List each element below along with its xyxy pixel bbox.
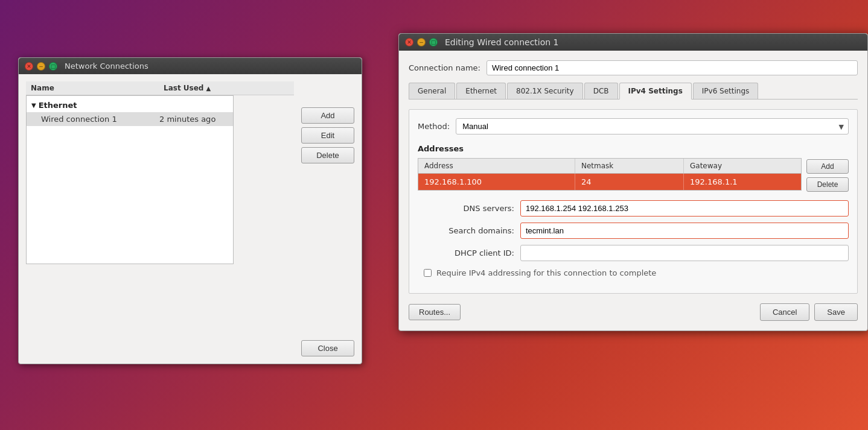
edit-connection-window: ✕ − □ Editing Wired connection 1 Connect… bbox=[398, 33, 868, 331]
maximize-btn-netconn[interactable]: □ bbox=[49, 62, 57, 71]
method-select-wrapper: Automatic (DHCP) Manual Link-Local Only … bbox=[456, 118, 849, 134]
ethernet-arrow-icon: ▼ bbox=[31, 102, 36, 109]
tab-ethernet[interactable]: Ethernet bbox=[456, 83, 506, 99]
dns-label: DNS servers: bbox=[418, 204, 514, 213]
addresses-table-wrapper: Address Netmask Gateway 192.168.1.100 24… bbox=[418, 158, 849, 192]
add-address-button[interactable]: Add bbox=[806, 159, 849, 174]
connection-name-input[interactable] bbox=[487, 60, 858, 75]
addresses-table: Address Netmask Gateway 192.168.1.100 24… bbox=[418, 158, 802, 191]
method-select[interactable]: Automatic (DHCP) Manual Link-Local Only … bbox=[456, 118, 849, 134]
edit-window-title: Editing Wired connection 1 bbox=[445, 37, 559, 47]
addresses-title: Addresses bbox=[418, 144, 849, 153]
addr-cell-netmask: 24 bbox=[575, 174, 684, 190]
addr-action-buttons: Add Delete bbox=[806, 158, 849, 192]
ethernet-group: ▼ Ethernet bbox=[27, 98, 233, 112]
addr-col-gateway: Gateway bbox=[684, 159, 801, 173]
method-row: Method: Automatic (DHCP) Manual Link-Loc… bbox=[418, 118, 849, 134]
col-lastused-header[interactable]: Last Used ▲ bbox=[164, 84, 289, 92]
net-connections-list: ▼ Ethernet Wired connection 1 2 minutes … bbox=[26, 95, 234, 264]
tab-8021x[interactable]: 802.1X Security bbox=[507, 83, 583, 99]
net-conn-title: Network Connections bbox=[65, 62, 148, 71]
minimize-btn-netconn[interactable]: − bbox=[37, 62, 45, 71]
list-item[interactable]: Wired connection 1 2 minutes ago bbox=[27, 112, 233, 126]
dhcp-input[interactable] bbox=[520, 245, 849, 261]
cancel-button[interactable]: Cancel bbox=[760, 303, 809, 321]
addr-cell-address: 192.168.1.100 bbox=[418, 174, 575, 190]
require-ipv4-row: Require IPv4 addressing for this connect… bbox=[418, 268, 849, 277]
tab-ipv6[interactable]: IPv6 Settings bbox=[693, 83, 759, 99]
require-ipv4-checkbox[interactable] bbox=[424, 269, 432, 277]
routes-button[interactable]: Routes... bbox=[409, 304, 461, 320]
bottom-buttons: Routes... Cancel Save bbox=[409, 303, 858, 321]
sort-arrow-icon: ▲ bbox=[206, 85, 211, 92]
addr-col-netmask: Netmask bbox=[575, 159, 684, 173]
connection-lastused: 2 minutes ago bbox=[159, 115, 228, 124]
close-netconn-button[interactable]: Close bbox=[301, 340, 354, 356]
edit-connection-button[interactable]: Edit bbox=[301, 127, 354, 144]
dhcp-row: DHCP client ID: bbox=[418, 245, 849, 261]
addr-table-header: Address Netmask Gateway bbox=[418, 159, 801, 174]
save-cancel-buttons: Cancel Save bbox=[760, 303, 858, 321]
addr-col-address: Address bbox=[418, 159, 575, 173]
tab-ipv4[interactable]: IPv4 Settings bbox=[619, 83, 692, 100]
dns-row: DNS servers: bbox=[418, 200, 849, 217]
connection-name-row: Connection name: bbox=[409, 60, 858, 75]
delete-connection-button[interactable]: Delete bbox=[301, 147, 354, 163]
net-table-header: Name Last Used ▲ bbox=[26, 81, 294, 95]
dhcp-label: DHCP client ID: bbox=[418, 248, 514, 258]
method-label: Method: bbox=[418, 122, 450, 131]
address-row[interactable]: 192.168.1.100 24 192.168.1.1 bbox=[418, 174, 801, 190]
add-connection-button[interactable]: Add bbox=[301, 107, 354, 124]
dns-input[interactable] bbox=[520, 200, 849, 217]
search-domains-label: Search domains: bbox=[418, 226, 514, 235]
col-name-header: Name bbox=[31, 84, 164, 92]
tab-general[interactable]: General bbox=[409, 83, 455, 99]
network-connections-window: ✕ − □ Network Connections Name Last Used… bbox=[18, 57, 362, 364]
net-conn-titlebar: ✕ − □ Network Connections bbox=[19, 58, 362, 74]
settings-tabs: General Ethernet 802.1X Security DCB IPv… bbox=[409, 83, 858, 100]
addr-cell-gateway: 192.168.1.1 bbox=[684, 174, 801, 190]
ethernet-group-label: Ethernet bbox=[39, 101, 77, 110]
tab-dcb[interactable]: DCB bbox=[584, 83, 618, 99]
require-ipv4-label: Require IPv4 addressing for this connect… bbox=[436, 268, 656, 277]
delete-address-button[interactable]: Delete bbox=[806, 177, 849, 192]
maximize-btn-edit[interactable]: □ bbox=[429, 38, 438, 46]
close-btn-edit[interactable]: ✕ bbox=[405, 38, 413, 46]
connection-name: Wired connection 1 bbox=[41, 115, 159, 124]
addresses-section: Addresses Address Netmask Gateway 192.16… bbox=[418, 144, 849, 192]
net-action-buttons: Add Edit Delete bbox=[301, 107, 354, 163]
search-domains-row: Search domains: bbox=[418, 223, 849, 239]
close-btn-netconn[interactable]: ✕ bbox=[25, 62, 33, 71]
save-button[interactable]: Save bbox=[814, 303, 858, 321]
search-domains-input[interactable] bbox=[520, 223, 849, 239]
conn-name-label: Connection name: bbox=[409, 63, 480, 72]
minimize-btn-edit[interactable]: − bbox=[417, 38, 426, 46]
edit-titlebar: ✕ − □ Editing Wired connection 1 bbox=[399, 34, 867, 51]
